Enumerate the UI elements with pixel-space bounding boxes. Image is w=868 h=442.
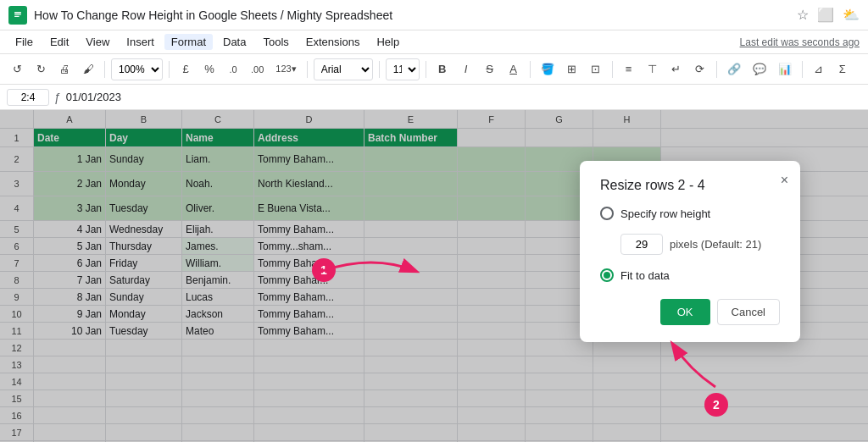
sep6 xyxy=(530,61,531,78)
menu-format[interactable]: Format xyxy=(164,34,213,50)
menu-view[interactable]: View xyxy=(79,34,116,50)
filter-btn[interactable]: ⊿ xyxy=(809,58,829,80)
link-btn[interactable]: 🔗 xyxy=(723,58,745,80)
title-icons: ☆ ⬜ ⛅ xyxy=(797,7,860,23)
menu-bar: File Edit View Insert Format Data Tools … xyxy=(0,30,868,54)
pixel-value-input[interactable] xyxy=(620,234,663,255)
svg-rect-3 xyxy=(14,15,19,16)
formula-bar: 2:4 ƒ xyxy=(0,85,868,110)
cell-reference[interactable]: 2:4 xyxy=(7,89,49,106)
sep9 xyxy=(802,61,803,78)
sep2 xyxy=(169,61,170,78)
title-bar: How To Change Row Height in Google Sheet… xyxy=(0,0,868,30)
sep1 xyxy=(104,61,105,78)
radio-circle-specify xyxy=(600,207,614,220)
bold-btn[interactable]: B xyxy=(432,58,453,80)
menu-extensions[interactable]: Extensions xyxy=(299,34,367,50)
spreadsheet-area: A B C D E F G H 1 2 3 4 5 6 7 8 9 10 11 … xyxy=(0,110,868,442)
folder-icon[interactable]: ⬜ xyxy=(817,7,834,23)
valign-btn[interactable]: ⊤ xyxy=(643,58,663,80)
modal-overlay: Resize rows 2 - 4 × Specify row height p… xyxy=(0,110,868,442)
merge-btn[interactable]: ⊡ xyxy=(586,58,606,80)
annotation-2-label: 2 xyxy=(713,398,720,412)
radio-group: Specify row height pixels (Default: 21) … xyxy=(600,207,780,282)
sep7 xyxy=(612,61,613,78)
last-edit[interactable]: Last edit was seconds ago xyxy=(740,36,860,48)
modal-close-button[interactable]: × xyxy=(781,173,788,188)
comment-btn[interactable]: 💬 xyxy=(748,58,771,80)
rotate-btn[interactable]: ⟳ xyxy=(690,58,710,80)
app-icon xyxy=(8,6,27,25)
menu-edit[interactable]: Edit xyxy=(43,34,75,50)
sep3 xyxy=(307,61,308,78)
functions-btn[interactable]: Σ xyxy=(832,58,853,80)
radio-fit-to-data[interactable]: Fit to data xyxy=(600,268,780,282)
modal-title: Resize rows 2 - 4 xyxy=(600,178,780,193)
radio-specify-row-height[interactable]: Specify row height xyxy=(600,207,780,220)
more-formats-btn[interactable]: 123▾ xyxy=(271,58,300,80)
font-size-select[interactable]: 11 xyxy=(386,58,420,80)
print-btn[interactable]: 🖨 xyxy=(54,58,75,80)
currency-btn[interactable]: £ xyxy=(175,58,196,80)
pixel-hint: pixels (Default: 21) xyxy=(670,238,761,251)
menu-file[interactable]: File xyxy=(8,34,40,50)
radio-label-specify: Specify row height xyxy=(620,207,710,220)
chart-btn[interactable]: 📊 xyxy=(774,58,796,80)
menu-help[interactable]: Help xyxy=(370,34,406,50)
menu-data[interactable]: Data xyxy=(216,34,253,50)
resize-dialog: Resize rows 2 - 4 × Specify row height p… xyxy=(580,161,800,342)
annotation-1: 1 xyxy=(312,258,336,282)
dec2-btn[interactable]: .00 xyxy=(247,58,268,80)
sep8 xyxy=(716,61,717,78)
cancel-button[interactable]: Cancel xyxy=(717,299,780,325)
percent-btn[interactable]: % xyxy=(199,58,220,80)
formula-input[interactable] xyxy=(66,91,861,103)
italic-btn[interactable]: I xyxy=(456,58,476,80)
annotation-2: 2 xyxy=(704,393,728,417)
svg-rect-1 xyxy=(14,12,21,14)
pixel-input-row: pixels (Default: 21) xyxy=(620,234,780,255)
modal-buttons: OK Cancel xyxy=(600,299,780,325)
font-select[interactable]: Arial xyxy=(314,58,373,80)
window-title: How To Change Row Height in Google Sheet… xyxy=(34,8,797,22)
star-icon[interactable]: ☆ xyxy=(797,7,809,23)
halign-btn[interactable]: ≡ xyxy=(619,58,639,80)
fill-color-btn[interactable]: 🪣 xyxy=(537,58,559,80)
sep4 xyxy=(379,61,380,78)
sep5 xyxy=(426,61,426,78)
menu-insert[interactable]: Insert xyxy=(120,34,161,50)
svg-rect-2 xyxy=(14,14,21,14)
undo-btn[interactable]: ↺ xyxy=(7,58,27,80)
cloud-icon[interactable]: ⛅ xyxy=(843,7,860,23)
paint-format-btn[interactable]: 🖌 xyxy=(78,58,98,80)
radio-label-fit: Fit to data xyxy=(620,269,670,282)
menu-tools[interactable]: Tools xyxy=(256,34,295,50)
border-btn[interactable]: ⊞ xyxy=(562,58,582,80)
strikethrough-btn[interactable]: S xyxy=(480,58,500,80)
wrap-btn[interactable]: ↵ xyxy=(666,58,687,80)
zoom-select[interactable]: 100% xyxy=(111,58,163,80)
underline-btn[interactable]: A xyxy=(504,58,524,80)
radio-circle-fit xyxy=(600,268,614,282)
redo-btn[interactable]: ↻ xyxy=(31,58,51,80)
formula-icon: ƒ xyxy=(54,91,61,104)
ok-button[interactable]: OK xyxy=(660,299,710,325)
toolbar: ↺ ↻ 🖨 🖌 100% £ % .0 .00 123▾ Arial 11 B … xyxy=(0,54,868,85)
annotation-1-label: 1 xyxy=(320,263,327,277)
dec1-btn[interactable]: .0 xyxy=(223,58,243,80)
